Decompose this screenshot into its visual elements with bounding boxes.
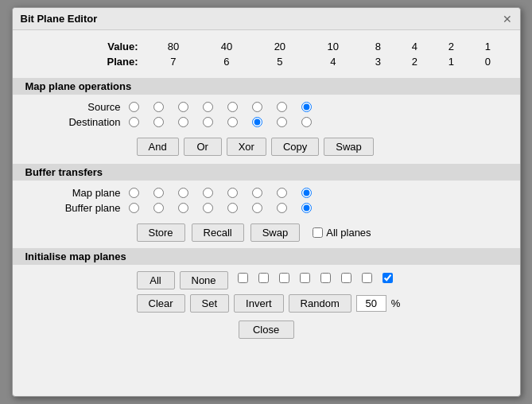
store-button[interactable]: Store bbox=[137, 223, 185, 242]
init-action-row: Clear Set Invert Random 50 % bbox=[137, 294, 507, 313]
init-check-7[interactable] bbox=[238, 273, 248, 283]
buffer-section-header: Buffer transfers bbox=[13, 164, 520, 181]
and-button[interactable]: And bbox=[137, 138, 179, 156]
init-check-1[interactable] bbox=[362, 273, 372, 283]
all-planes-checkbox[interactable] bbox=[313, 227, 323, 238]
plane-6: 6 bbox=[200, 55, 252, 68]
buffer-plane-radio-cells bbox=[129, 203, 312, 213]
percent-input[interactable]: 50 bbox=[356, 295, 386, 312]
destination-row: Destination bbox=[25, 116, 507, 128]
map-plane-radio-7[interactable] bbox=[129, 188, 139, 198]
map-ops-title: Map plane operations bbox=[25, 80, 132, 92]
init-check-3[interactable] bbox=[320, 273, 331, 283]
source-radio-2[interactable] bbox=[252, 102, 262, 112]
buf-plane-radio-3[interactable] bbox=[227, 203, 238, 213]
map-plane-radio-2[interactable] bbox=[252, 188, 262, 198]
value-80: 80 bbox=[148, 40, 200, 53]
dest-radio-2[interactable] bbox=[252, 117, 262, 127]
clear-button[interactable]: Clear bbox=[137, 294, 185, 313]
init-section-header: Initialise map planes bbox=[13, 248, 520, 265]
dest-radio-0[interactable] bbox=[301, 117, 312, 127]
source-row: Source bbox=[25, 101, 507, 113]
value-row: Value: 80 40 20 10 8 4 2 1 bbox=[27, 40, 506, 53]
value-label: Value: bbox=[27, 40, 146, 53]
buffer-plane-label: Buffer plane bbox=[25, 202, 129, 214]
value-plane-header: Value: 80 40 20 10 8 4 2 1 Plane: 7 6 5 … bbox=[25, 38, 507, 70]
buffer-title: Buffer transfers bbox=[25, 166, 103, 178]
buf-plane-radio-7[interactable] bbox=[129, 203, 139, 213]
window-title: Bit Plane Editor bbox=[21, 13, 98, 25]
map-plane-label: Map plane bbox=[25, 187, 129, 199]
recall-button[interactable]: Recall bbox=[192, 223, 244, 242]
content-area: Value: 80 40 20 10 8 4 2 1 Plane: 7 6 5 … bbox=[13, 30, 520, 350]
plane-7: 7 bbox=[148, 55, 200, 68]
value-10: 10 bbox=[307, 40, 359, 53]
source-radio-3[interactable] bbox=[227, 102, 238, 112]
map-plane-radio-3[interactable] bbox=[227, 188, 238, 198]
dest-radio-7[interactable] bbox=[129, 117, 139, 127]
buffer-action-row: Store Recall Swap All planes bbox=[137, 223, 507, 242]
bit-plane-editor-window: Bit Plane Editor ✕ Value: 80 40 20 10 8 … bbox=[12, 7, 521, 397]
init-select-row: All None bbox=[137, 271, 507, 289]
swap-button[interactable]: Swap bbox=[324, 138, 374, 156]
copy-button[interactable]: Copy bbox=[271, 138, 319, 156]
map-plane-radio-cells bbox=[129, 188, 312, 198]
dest-radio-3[interactable] bbox=[227, 117, 238, 127]
plane-0: 0 bbox=[470, 55, 505, 68]
buffer-plane-row: Buffer plane bbox=[25, 202, 507, 214]
map-plane-radio-6[interactable] bbox=[153, 188, 164, 198]
buf-plane-radio-4[interactable] bbox=[203, 203, 213, 213]
or-button[interactable]: Or bbox=[184, 138, 222, 156]
value-8: 8 bbox=[360, 40, 395, 53]
plane-1: 1 bbox=[433, 55, 468, 68]
value-20: 20 bbox=[254, 40, 305, 53]
source-label: Source bbox=[25, 101, 129, 113]
buf-plane-radio-0[interactable] bbox=[301, 203, 312, 213]
buffer-radio-grid: Map plane Buffer plane bbox=[25, 187, 507, 217]
all-button[interactable]: All bbox=[137, 271, 175, 289]
init-check-4[interactable] bbox=[300, 273, 310, 283]
value-4: 4 bbox=[397, 40, 432, 53]
destination-radio-cells bbox=[129, 117, 312, 127]
source-radio-4[interactable] bbox=[203, 102, 213, 112]
close-button[interactable]: Close bbox=[239, 320, 294, 339]
source-radio-0[interactable] bbox=[301, 102, 312, 112]
map-ops-section-header: Map plane operations bbox=[13, 78, 520, 95]
init-check-6[interactable] bbox=[258, 273, 269, 283]
buf-plane-radio-5[interactable] bbox=[178, 203, 188, 213]
init-title: Initialise map planes bbox=[25, 251, 126, 262]
percent-label: % bbox=[391, 297, 401, 309]
init-check-2[interactable] bbox=[341, 273, 351, 283]
init-checkboxes bbox=[238, 271, 393, 285]
source-radio-1[interactable] bbox=[277, 102, 287, 112]
dest-radio-1[interactable] bbox=[277, 117, 287, 127]
set-button[interactable]: Set bbox=[190, 294, 230, 313]
map-plane-radio-5[interactable] bbox=[178, 188, 188, 198]
xor-button[interactable]: Xor bbox=[227, 138, 266, 156]
close-icon[interactable]: ✕ bbox=[503, 14, 512, 25]
buf-plane-radio-6[interactable] bbox=[153, 203, 164, 213]
random-button[interactable]: Random bbox=[289, 294, 351, 313]
invert-button[interactable]: Invert bbox=[234, 294, 284, 313]
source-radio-cells bbox=[129, 102, 312, 112]
dest-radio-6[interactable] bbox=[153, 117, 164, 127]
init-check-5[interactable] bbox=[279, 273, 289, 283]
dest-radio-4[interactable] bbox=[203, 117, 213, 127]
none-button[interactable]: None bbox=[180, 271, 228, 289]
plane-3: 3 bbox=[360, 55, 395, 68]
map-plane-row: Map plane bbox=[25, 187, 507, 199]
dest-radio-5[interactable] bbox=[178, 117, 188, 127]
buf-plane-radio-1[interactable] bbox=[277, 203, 287, 213]
map-plane-radio-0[interactable] bbox=[301, 188, 312, 198]
all-planes-label: All planes bbox=[313, 227, 371, 239]
map-plane-radio-1[interactable] bbox=[277, 188, 287, 198]
buf-plane-radio-2[interactable] bbox=[252, 203, 262, 213]
init-check-0[interactable] bbox=[382, 273, 393, 283]
plane-2: 2 bbox=[397, 55, 432, 68]
map-plane-radio-4[interactable] bbox=[203, 188, 213, 198]
plane-4: 4 bbox=[307, 55, 359, 68]
source-radio-7[interactable] bbox=[129, 102, 139, 112]
buffer-swap-button[interactable]: Swap bbox=[250, 223, 301, 242]
source-radio-5[interactable] bbox=[178, 102, 188, 112]
source-radio-6[interactable] bbox=[153, 102, 164, 112]
